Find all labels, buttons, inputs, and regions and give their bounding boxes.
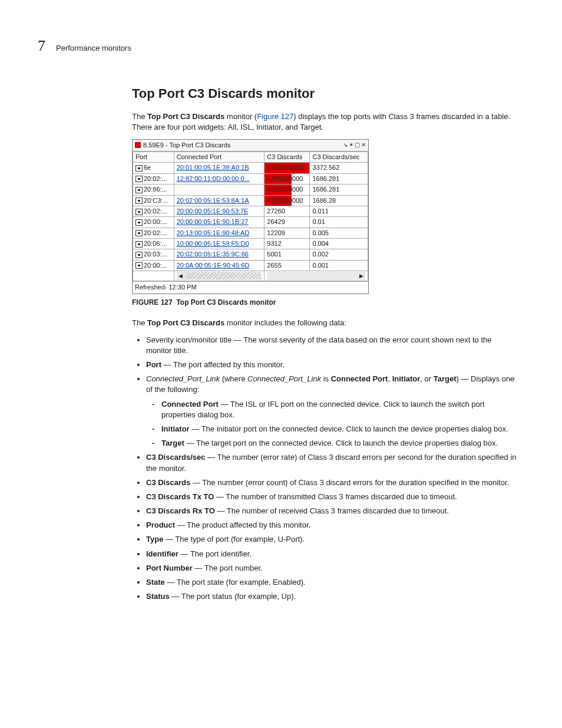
c3-discards-sec-cell: 0.001 — [310, 260, 368, 271]
port-label: 20:03:... — [144, 251, 167, 258]
refresh-icon[interactable]: ↘ — [343, 141, 348, 149]
pin-icon[interactable]: ✶ — [349, 141, 353, 149]
table-row[interactable]: 20:02:...12:82:00:11:0D:00:00:0...429500… — [133, 173, 368, 184]
list-item: Port Number — The port number. — [146, 563, 518, 574]
widget-tool-icons: ↘ ✶ ▢ ✕ — [343, 141, 366, 149]
port-label: 20:02:... — [144, 229, 167, 236]
h-scrollbar[interactable]: ◀ — [177, 272, 262, 280]
table-row[interactable]: 20:C3:...20:02:00:05:1E:53:8A:1A42950000… — [133, 195, 368, 206]
c3-discards-value: 4295000000 — [267, 197, 303, 204]
scroll-track[interactable] — [267, 272, 356, 279]
c3-discards-sec-cell: 1686.281 — [310, 185, 368, 195]
c3-discards-value: 5001 — [267, 251, 281, 258]
connected-port-cell[interactable]: 20:00:00:05:1E:90:53:7E — [174, 206, 265, 216]
c3-discards-cell: 26429 — [265, 217, 310, 228]
table-row[interactable]: 20:02:...20:00:00:05:1E:90:53:7E272600.0… — [133, 206, 368, 216]
connected-port-cell[interactable]: 20:02:00:05:1E:35:9C:86 — [174, 249, 265, 260]
term: Identifier — [146, 549, 178, 558]
monitor-table: Port Connected Port C3 Discards C3 Disca… — [133, 151, 368, 281]
connected-port-link[interactable]: 20:00:00:05:1E:90:1B:27 — [177, 218, 249, 225]
table-row[interactable]: 20:86:...42950000001686.281 — [133, 185, 368, 195]
connected-port-link[interactable]: 20:0A:00:05:1E:90:45:6D — [177, 262, 250, 269]
table-row[interactable]: 20:02:...20:13:00:05:1E:90:48:AD122090.0… — [133, 228, 368, 238]
table-row[interactable]: 20:06:...10:00:00:05:1E:59:F5:D093120.00… — [133, 239, 368, 249]
connected-port-cell[interactable]: 20:13:00:05:1E:90:48:AD — [174, 228, 265, 238]
port-cell[interactable]: 20:06:... — [133, 239, 174, 249]
port-cell[interactable]: 20:86:... — [133, 185, 174, 195]
connected-port-link[interactable]: 20:00:00:05:1E:90:53:7E — [177, 207, 249, 215]
connected-port-link[interactable]: 20:01:00:05:1E:38:A0:1B — [177, 164, 249, 171]
port-cell[interactable]: 20:02:... — [133, 228, 174, 238]
col-c3-discards-sec[interactable]: C3 Discards/sec — [310, 151, 368, 162]
table-header-row: Port Connected Port C3 Discards C3 Disca… — [133, 151, 368, 162]
section-intro: The Top Port C3 Discards monitor (Figure… — [132, 111, 518, 133]
c3-discards-sec-cell: 0.002 — [310, 249, 368, 260]
table-row[interactable]: 6e20:01:00:05:1E:38:A0:1B85900000003372.… — [133, 163, 368, 173]
port-cell[interactable]: 20:C3:... — [133, 195, 174, 206]
port-label: 20:06:... — [144, 240, 167, 247]
term: Type — [146, 535, 163, 543]
connected-port-link[interactable]: 20:13:00:05:1E:90:48:AD — [177, 229, 250, 236]
term: Target — [161, 439, 184, 447]
connected-port-cell[interactable]: 20:00:00:05:1E:90:1B:27 — [174, 217, 265, 228]
col-c3-discards[interactable]: C3 Discards — [265, 151, 310, 162]
definition: — The number of received Class 3 frames … — [215, 506, 449, 515]
connected-port-cell[interactable]: 12:82:00:11:0D:00:00:0... — [174, 173, 265, 184]
list-item: C3 Discards Rx TO — The number of receiv… — [146, 506, 518, 516]
h-scrollbar[interactable]: ▶ — [267, 272, 365, 280]
port-cell[interactable]: 20:02:... — [133, 173, 174, 184]
connected-port-cell[interactable]: 20:02:00:05:1E:53:8A:1A — [174, 195, 265, 206]
maximize-icon[interactable]: ▢ — [355, 141, 360, 149]
c3-discards-value: 12209 — [267, 229, 285, 236]
port-label: 20:00:... — [144, 218, 167, 225]
port-cell[interactable]: 20:00:... — [133, 217, 174, 228]
term: C3 Discards/sec — [146, 453, 205, 462]
connected-port-cell[interactable]: 20:0A:00:05:1E:90:45:6D — [174, 260, 265, 271]
list-item: Initiator — The initiator port on the co… — [161, 424, 518, 434]
term: C3 Discards Rx TO — [146, 506, 215, 515]
monitor-widget: 8.59E9 - Top Port C3 Discards ↘ ✶ ▢ ✕ Po… — [132, 139, 369, 294]
col-connected-port[interactable]: Connected Port — [174, 151, 265, 162]
port-cell[interactable]: 6e — [133, 163, 174, 173]
connected-port-cell[interactable] — [174, 185, 265, 195]
c3-discards-sec-cell: 0.005 — [310, 228, 368, 238]
port-cell[interactable]: 20:02:... — [133, 206, 174, 216]
connected-port-link[interactable]: 20:02:00:05:1E:53:8A:1A — [177, 197, 249, 204]
scroll-track[interactable] — [186, 272, 262, 279]
close-icon[interactable]: ✕ — [361, 141, 366, 149]
connected-port-cell[interactable]: 10:00:00:05:1E:59:F5:D0 — [174, 239, 265, 249]
scroll-left-icon[interactable]: ◀ — [177, 272, 185, 280]
connected-port-link[interactable]: 10:00:00:05:1E:59:F5:D0 — [177, 240, 249, 247]
c3-discards-cell: 9312 — [265, 239, 310, 249]
c3-discards-sec-cell: 1686.281 — [310, 173, 368, 184]
list-item: Target — The target port on the connecte… — [161, 438, 518, 449]
table-row[interactable]: 20:00:...20:00:00:05:1E:90:1B:27264290.0… — [133, 217, 368, 228]
port-label: 20:C3:... — [144, 197, 168, 204]
text: (where — [220, 374, 247, 383]
c3-discards-cell: 12209 — [265, 228, 310, 238]
definition: — The port status (for example, Up). — [170, 592, 296, 601]
figure-link[interactable]: Figure 127 — [257, 112, 293, 121]
table-row[interactable]: 20:00:...20:0A:00:05:1E:90:45:6D26550.00… — [133, 260, 368, 271]
port-label: 20:02:... — [144, 175, 167, 182]
c3-discards-sec-cell: 0.011 — [310, 206, 368, 216]
port-cell[interactable]: 20:00:... — [133, 260, 174, 271]
connected-port-link[interactable]: 20:02:00:05:1E:35:9C:86 — [177, 251, 249, 258]
chapter-number: 7 — [38, 35, 45, 57]
term: Connected Port — [161, 400, 219, 409]
scroll-right-icon[interactable]: ▶ — [357, 272, 365, 280]
term-italic: Connected_Port_Link — [146, 374, 220, 383]
port-icon — [135, 219, 143, 226]
connected-port-cell[interactable]: 20:01:00:05:1E:38:A0:1B — [174, 163, 265, 173]
col-port[interactable]: Port — [133, 151, 174, 162]
port-icon — [135, 197, 143, 204]
port-cell[interactable]: 20:03:... — [133, 249, 174, 260]
content-column: Top Port C3 Discards monitor The Top Por… — [132, 85, 518, 602]
c3-discards-value: 2655 — [267, 262, 281, 269]
definition: — The target port on the connected devic… — [184, 439, 498, 447]
list-item: Type — The type of port (for example, U-… — [146, 534, 518, 545]
connected-port-link[interactable]: 12:82:00:11:0D:00:00:0... — [177, 175, 250, 182]
list-item: Status — The port status (for example, U… — [146, 591, 518, 602]
table-row[interactable]: 20:03:...20:02:00:05:1E:35:9C:8650010.00… — [133, 249, 368, 260]
definition: — The number (error count) of Class 3 di… — [190, 478, 509, 487]
